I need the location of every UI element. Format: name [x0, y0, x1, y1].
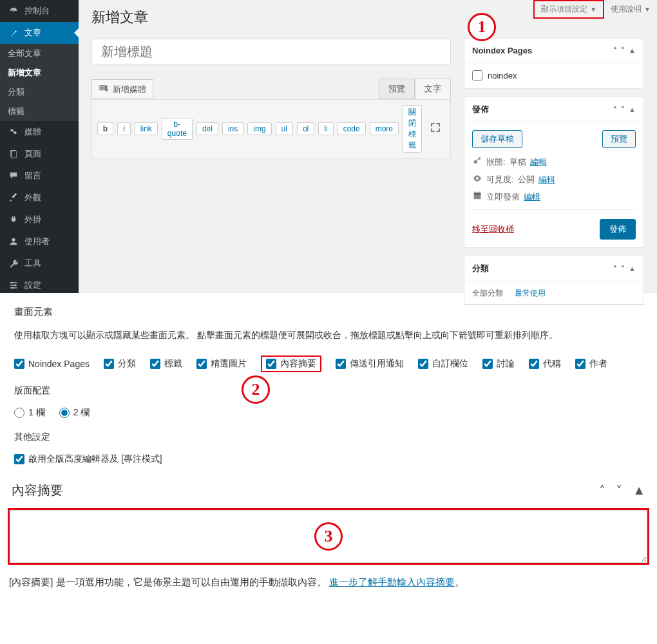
- sidebar-item-plugins[interactable]: 外掛: [0, 209, 79, 231]
- metabox-excerpt: 內容摘要 ˄ ˅ ▲ 3 [內容摘要] 是一項選用功能，它是佈景主題可以自由運用…: [8, 478, 649, 589]
- quicktag-關閉標籤[interactable]: 關閉標籤: [403, 105, 422, 153]
- sidebar-label: 外觀: [24, 192, 41, 204]
- noindex-checkbox-row[interactable]: noindex: [472, 70, 636, 80]
- quicktag-ol[interactable]: ol: [297, 122, 314, 135]
- screen-options-panel: 畫面元素 使用核取方塊可以顯示或隱藏某些畫面元素。 點擊畫面元素的標題便可展開或…: [0, 293, 657, 478]
- quicktag-ins[interactable]: ins: [222, 122, 243, 135]
- sidebar-item-comments[interactable]: 留言: [0, 165, 79, 187]
- chevron-up-icon[interactable]: ˄: [613, 106, 617, 114]
- noindex-checkbox[interactable]: [472, 70, 482, 80]
- editor-tab-visual[interactable]: 預覽: [379, 79, 415, 99]
- post-title-input[interactable]: [91, 39, 451, 64]
- screenopt-checkbox-7[interactable]: [482, 359, 493, 369]
- edit-status-link[interactable]: 編輯: [530, 156, 547, 168]
- quicktag-b[interactable]: b: [97, 122, 113, 135]
- caret-up-icon[interactable]: ▲: [633, 483, 645, 498]
- screenopt-5[interactable]: 傳送引用通知: [336, 358, 404, 370]
- fullscreen-icon[interactable]: [426, 122, 445, 137]
- sidebar-sub-all-posts[interactable]: 全部文章: [0, 44, 79, 63]
- caret-up-icon[interactable]: ▲: [629, 265, 636, 273]
- chevron-down-icon[interactable]: ˅: [616, 483, 622, 498]
- layout-radio-0[interactable]: 1 欄: [14, 407, 45, 419]
- screenopt-checkbox-0[interactable]: [14, 359, 24, 369]
- sidebar-item-users[interactable]: 使用者: [0, 231, 79, 252]
- layout-radio-1[interactable]: 2 欄: [59, 407, 90, 419]
- screenopt-checkbox-1[interactable]: [104, 359, 114, 369]
- layout-heading: 版面配置: [14, 385, 643, 397]
- sidebar-item-posts[interactable]: 文章: [0, 22, 79, 44]
- edit-schedule-link[interactable]: 編輯: [524, 191, 540, 203]
- excerpt-title: 內容摘要: [12, 482, 63, 499]
- fullheight-checkbox[interactable]: [14, 454, 24, 464]
- sidebar-item-appearance[interactable]: 外觀: [0, 187, 79, 209]
- chevron-down-icon[interactable]: ˅: [621, 46, 625, 55]
- quicktag-code[interactable]: code: [338, 122, 366, 135]
- status-value: 草稿: [509, 156, 526, 168]
- sidebar-item-tools[interactable]: 工具: [0, 252, 79, 274]
- screenopt-2[interactable]: 標籤: [150, 358, 182, 370]
- gauge-icon: [8, 5, 19, 17]
- screenopt-9[interactable]: 作者: [575, 358, 607, 370]
- screenopt-4[interactable]: 內容摘要: [261, 355, 321, 372]
- quicktag-b-quote[interactable]: b-quote: [162, 118, 193, 140]
- quicktag-i[interactable]: i: [117, 122, 131, 135]
- screenopt-6[interactable]: 自訂欄位: [418, 358, 468, 370]
- metabox-publish: 發佈 ˄ ˅ ▲ 儲存草稿 預覽: [464, 97, 644, 248]
- quicktag-img[interactable]: img: [247, 122, 271, 135]
- sidebar-sub-new-post[interactable]: 新增文章: [0, 63, 79, 82]
- edit-visibility-link[interactable]: 編輯: [538, 174, 555, 185]
- screenopt-checkbox-8[interactable]: [529, 359, 539, 369]
- layout-radio-label: 1 欄: [28, 407, 45, 419]
- chevron-up-icon[interactable]: ˄: [613, 265, 617, 273]
- screenopt-checkbox-2[interactable]: [150, 359, 160, 369]
- sidebar-item-dashboard[interactable]: 控制台: [0, 0, 79, 22]
- caret-up-icon[interactable]: ▲: [629, 46, 636, 55]
- layout-radio-input-1[interactable]: [59, 408, 70, 418]
- editor-tab-text[interactable]: 文字: [415, 79, 451, 99]
- screenopt-checkbox-4[interactable]: [266, 359, 276, 369]
- chevron-down-icon[interactable]: ˅: [621, 106, 625, 114]
- layout-radio-label: 2 欄: [73, 407, 90, 419]
- screenopt-1[interactable]: 分類: [104, 358, 136, 370]
- screenopt-checkbox-3[interactable]: [196, 359, 207, 369]
- preview-button[interactable]: 預覽: [602, 130, 636, 148]
- save-draft-button[interactable]: 儲存草稿: [472, 130, 522, 148]
- quicktag-ul[interactable]: ul: [276, 122, 293, 135]
- chevron-down-icon[interactable]: ˅: [621, 265, 625, 273]
- chevron-up-icon[interactable]: ˄: [613, 46, 617, 55]
- screenopt-checkbox-9[interactable]: [575, 359, 586, 369]
- move-to-trash-link[interactable]: 移至回收桶: [472, 223, 514, 235]
- quicktag-link[interactable]: link: [135, 122, 158, 135]
- quicktag-more[interactable]: more: [370, 122, 399, 135]
- key-icon: [472, 156, 482, 168]
- sidebar-item-media[interactable]: 媒體: [0, 121, 79, 143]
- screenopt-8[interactable]: 代稱: [529, 358, 561, 370]
- screenopt-checkbox-6[interactable]: [418, 359, 428, 369]
- caret-up-icon[interactable]: ▲: [629, 106, 636, 114]
- screenopt-7[interactable]: 討論: [482, 358, 515, 370]
- brush-icon: [8, 192, 19, 204]
- screenopt-0[interactable]: Noindex Pages: [14, 359, 90, 369]
- calendar-icon: [472, 191, 482, 203]
- sidebar-sub-tags[interactable]: 標籤: [0, 102, 79, 121]
- screen-options-tab[interactable]: 顯示項目設定 ▼: [533, 0, 604, 19]
- fullheight-checkbox-row[interactable]: 啟用全版高度編輯器及 [專注模式]: [14, 453, 643, 465]
- pin-icon: [8, 27, 19, 39]
- help-tab[interactable]: 使用說明 ▼: [604, 0, 657, 19]
- quicktag-del[interactable]: del: [196, 122, 218, 135]
- screenopt-3[interactable]: 精選圖片: [196, 358, 247, 370]
- sidebar-item-pages[interactable]: 頁面: [0, 143, 79, 165]
- excerpt-learn-more-link[interactable]: 進一步了解手動輸入內容摘要: [329, 576, 455, 587]
- screenopt-label: 傳送引用通知: [350, 358, 404, 370]
- layout-radio-input-0[interactable]: [14, 408, 24, 418]
- quicktag-li[interactable]: li: [318, 122, 333, 135]
- excerpt-desc-suffix: 。: [455, 576, 464, 587]
- screenopt-checkbox-5[interactable]: [336, 359, 346, 369]
- publish-button[interactable]: 發佈: [600, 219, 636, 240]
- add-media-button[interactable]: 新增媒體: [91, 79, 153, 99]
- chevron-up-icon[interactable]: ˄: [599, 483, 605, 498]
- user-icon: [8, 236, 19, 247]
- excerpt-description: [內容摘要] 是一項選用功能，它是佈景主題可以自由運用的手動擷取內容。 進一步了…: [9, 576, 648, 589]
- help-label: 使用說明: [611, 4, 642, 15]
- sidebar-sub-categories[interactable]: 分類: [0, 82, 79, 102]
